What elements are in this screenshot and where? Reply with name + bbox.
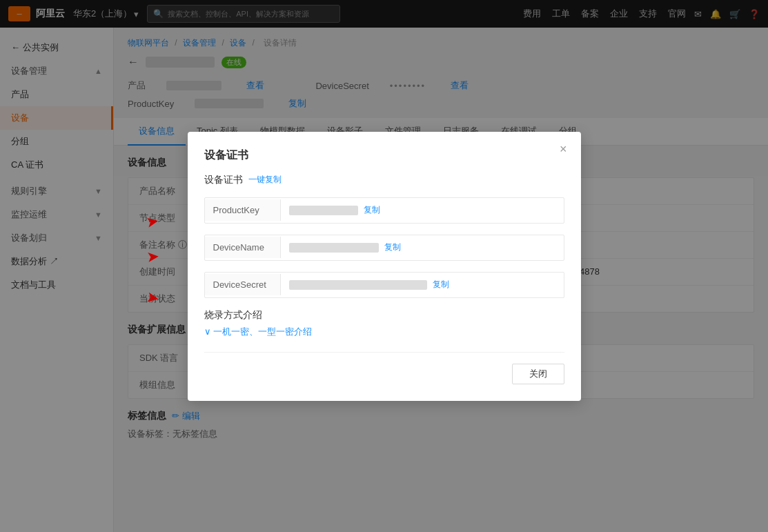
cert-value-productkey: 复制 [281, 199, 564, 221]
cert-field-row: DeviceSecret 复制 [204, 272, 564, 298]
annotation-arrow-devicesecret: ➤ [144, 288, 159, 308]
productkey-copy-button[interactable]: 复制 [364, 204, 380, 216]
chevron-down-icon: ∨ [204, 326, 211, 337]
modal-title: 设备证书 [204, 148, 564, 163]
cert-label-devicename: DeviceName [205, 237, 281, 258]
burn-intro-link[interactable]: ∨ 一机一密、一型一密介绍 [204, 326, 564, 338]
cert-copy-all-button[interactable]: 一键复制 [248, 174, 282, 186]
devicename-copy-button[interactable]: 复制 [384, 242, 401, 253]
burn-intro-title: 烧录方式介绍 [204, 309, 564, 322]
devicesecret-blurred-value [289, 280, 427, 290]
productkey-blurred-value [289, 206, 358, 215]
cert-section-title: 设备证书 [204, 174, 243, 186]
burn-intro-section: 烧录方式介绍 ∨ 一机一密、一型一密介绍 [204, 309, 564, 338]
cert-field-devicename: DeviceName 复制 [204, 235, 564, 261]
cert-label-productkey: ProductKey [205, 199, 281, 221]
annotation-arrow-devicename: ➤ [145, 247, 159, 266]
cert-label-devicesecret: DeviceSecret [205, 274, 281, 295]
devicesecret-copy-button[interactable]: 复制 [433, 279, 449, 290]
modal-close-footer-button[interactable]: 关闭 [512, 364, 564, 384]
cert-value-devicesecret: 复制 [281, 273, 564, 296]
modal-overlay: 设备证书 × 设备证书 一键复制 ProductKey 复制 DeviceNam… [0, 0, 768, 532]
cert-field-row: DeviceName 复制 [204, 235, 564, 261]
cert-field-productkey: ProductKey 复制 [204, 197, 564, 224]
cert-value-devicename: 复制 [281, 236, 564, 259]
annotation-arrow-productkey: ➤ [144, 212, 159, 232]
cert-field-devicesecret: DeviceSecret 复制 [204, 272, 564, 298]
cert-section-header: 设备证书 一键复制 [204, 174, 564, 186]
cert-field-row: ProductKey 复制 [204, 197, 564, 224]
modal-close-button[interactable]: × [560, 143, 567, 155]
device-cert-modal: 设备证书 × 设备证书 一键复制 ProductKey 复制 DeviceNam… [188, 132, 581, 401]
devicename-blurred-value [289, 243, 379, 253]
modal-footer: 关闭 [204, 352, 564, 384]
